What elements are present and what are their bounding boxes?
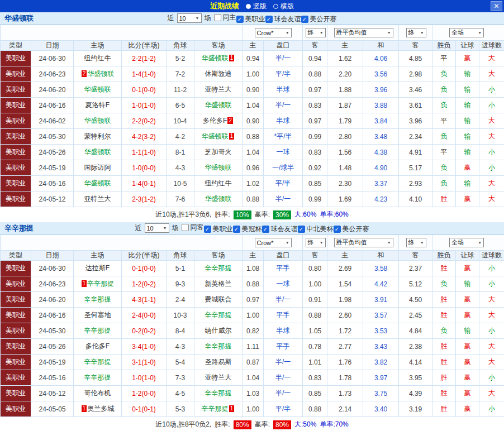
cell-europe-away: 4.84 xyxy=(399,323,432,339)
cell-score: 0-1(0-0) xyxy=(122,261,167,276)
radio-vertical[interactable]: 竖版 xyxy=(246,2,267,11)
cell-europe-away: 2.38 xyxy=(399,339,432,355)
big-rate: 大:60% xyxy=(294,210,316,219)
filter-checkbox-美公开赛[interactable]: ✓美公开赛 xyxy=(334,224,369,234)
cell-handicap-result: 赢 xyxy=(456,308,479,323)
cell-europe-away: 5.17 xyxy=(399,160,432,176)
cell-league: 美职业 xyxy=(1,66,31,82)
near-label: 近 xyxy=(135,223,142,233)
cell-home-team: 2华盛顿联 xyxy=(74,66,122,82)
filter-checkbox-中北美杯[interactable]: ✓中北美杯 xyxy=(298,224,334,234)
cell-handicap-result: 输 xyxy=(456,113,479,129)
cell-away-team: 华盛顿联 xyxy=(194,98,243,113)
cell-handicap-result: 输 xyxy=(456,98,479,113)
europe-final-select[interactable]: 终▼ xyxy=(406,28,426,37)
scope-select[interactable]: 全场▼ xyxy=(449,28,484,37)
profit-rate-value: 80% xyxy=(273,420,291,429)
cell-result: 负 xyxy=(432,66,456,82)
cell-league: 美职业 xyxy=(1,370,31,386)
cell-result: 平 xyxy=(432,145,456,160)
cell-odds-away: 0.85 xyxy=(303,176,327,191)
results-body: 美职业24-06-30纽约红牛2-2(1-2)5-2华盛顿联10.94半/一0.… xyxy=(1,51,504,207)
cell-away-team: 休斯敦迪 xyxy=(194,66,243,82)
cell-europe-home: 1.73 xyxy=(327,386,363,401)
filter-checkbox-同客[interactable]: 同客 xyxy=(182,223,204,232)
chevron-down-icon: ▼ xyxy=(419,31,426,35)
filter-checkbox-美公开赛[interactable]: ✓美公开赛 xyxy=(301,15,337,24)
column-header: 胜负 xyxy=(432,251,456,261)
cell-handicap-result: 输 xyxy=(456,276,479,292)
games-count-select[interactable]: 10▼ xyxy=(177,13,202,23)
cell-europe-home: 1.98 xyxy=(327,292,363,308)
filter-checkbox-球会友谊[interactable]: ✓球会友谊 xyxy=(265,15,301,24)
column-header: 比分(半场) xyxy=(122,251,167,261)
odds-company-select[interactable]: Crow*▼ xyxy=(255,238,292,247)
cell-europe-draw: 3.40 xyxy=(363,401,399,417)
cell-league: 美职业 xyxy=(1,160,31,176)
summary-row: 近10场,胜8平0负2, 胜率: 80% 赢率: 80% 大:50% 单率:70… xyxy=(0,417,504,431)
filter-checkbox-美职业[interactable]: ✓美职业 xyxy=(204,224,233,234)
odds-company-cell: Crow*▼ xyxy=(243,235,303,251)
cell-league: 美职业 xyxy=(1,323,31,339)
close-button[interactable]: ✕ xyxy=(491,1,502,11)
cell-result: 胜 xyxy=(432,191,456,207)
cell-odds-away: 0.83 xyxy=(303,98,327,113)
cell-score: 0-1(0-0) xyxy=(122,82,167,98)
team-label: 华盛顿联 xyxy=(84,148,111,156)
cell-europe-away: 4.91 xyxy=(399,145,432,160)
red-card-badge: 1 xyxy=(229,55,235,61)
europe-final-value: 终 xyxy=(408,238,415,247)
table-row: 美职业24-06-231辛辛那提1-2(0-2)9-3新英格兰0.88一球1.0… xyxy=(1,276,504,292)
filter-checkbox-同主[interactable]: 同主 xyxy=(214,13,236,22)
cell-league: 美职业 xyxy=(1,261,31,276)
table-row: 美职业24-05-19国际迈阿1-0(0-0)4-3华盛顿联0.96一/球半0.… xyxy=(1,160,504,176)
cell-score: 1-0(1-0) xyxy=(122,370,167,386)
team-section: 辛辛那提 近 10▼ 场 同客✓美职业✓美冠杯✓球会友谊✓中北美杯✓美公开赛 C… xyxy=(0,222,504,431)
cell-odds-away: 0.85 xyxy=(303,386,327,401)
cell-score: 4-2(3-2) xyxy=(122,129,167,145)
cell-corners: 2-4 xyxy=(167,292,194,308)
cell-date: 24-05-30 xyxy=(31,323,74,339)
cell-date: 24-05-16 xyxy=(31,176,74,191)
cell-league: 美职业 xyxy=(1,386,31,401)
red-card-badge: 1 xyxy=(82,405,87,412)
cell-home-team: 亚特兰大 xyxy=(74,191,122,207)
team-label: 达拉斯F xyxy=(85,264,110,272)
scope-select[interactable]: 全场▼ xyxy=(449,238,484,247)
cell-result: 胜 xyxy=(432,308,456,323)
filter-checkbox-美冠杯[interactable]: ✓美冠杯 xyxy=(233,224,262,234)
checkbox-checked-icon: ✓ xyxy=(334,226,341,233)
europe-final-select[interactable]: 终▼ xyxy=(406,238,426,247)
games-count-select[interactable]: 10▼ xyxy=(145,223,169,233)
radio-horizontal[interactable]: 横版 xyxy=(273,2,294,11)
cell-europe-draw: 4.23 xyxy=(363,191,399,207)
team-label: 华盛顿联 xyxy=(84,117,111,124)
cell-handicap-result: 赢 xyxy=(456,355,479,370)
cell-europe-away: 3.19 xyxy=(399,401,432,417)
profit-rate-label: 赢率: xyxy=(255,420,270,429)
table-row: 美职业24-05-26华盛顿联1-1(1-0)8-1芝加哥火1.04一球0.83… xyxy=(1,145,504,160)
cell-odds-away: 0.99 xyxy=(303,191,327,207)
cell-result: 负 xyxy=(432,323,456,339)
filter-label: 同客 xyxy=(191,223,204,232)
odds-final-select[interactable]: 终▼ xyxy=(306,238,326,247)
cell-odds-away: 0.83 xyxy=(303,145,327,160)
filter-checkbox-球会友谊[interactable]: ✓球会友谊 xyxy=(262,224,298,234)
europe-odds-select[interactable]: 胜平负均值▼ xyxy=(334,238,393,247)
filter-checkbox-美职业[interactable]: ✓美职业 xyxy=(236,15,265,24)
cell-league: 美职业 xyxy=(1,145,31,160)
cell-score: 1-1(1-0) xyxy=(122,145,167,160)
europe-odds-select[interactable]: 胜平负均值▼ xyxy=(334,28,393,37)
cell-goals-result: 大 xyxy=(479,308,504,323)
odds-final-select[interactable]: 终▼ xyxy=(306,28,326,37)
red-card-badge: 1 xyxy=(229,405,235,412)
column-header: 角球 xyxy=(167,41,194,51)
column-header: 日期 xyxy=(31,251,74,261)
chevron-down-icon: ▼ xyxy=(318,31,325,35)
cell-corners: 7-6 xyxy=(167,191,194,207)
odds-company-select[interactable]: Crow*▼ xyxy=(255,28,292,37)
europe-odds-value: 胜平负均值 xyxy=(336,238,367,247)
cell-away-team: 多伦多F2 xyxy=(194,113,243,129)
cell-handicap-result: 赢 xyxy=(456,51,479,66)
column-header: 客 xyxy=(303,41,327,51)
